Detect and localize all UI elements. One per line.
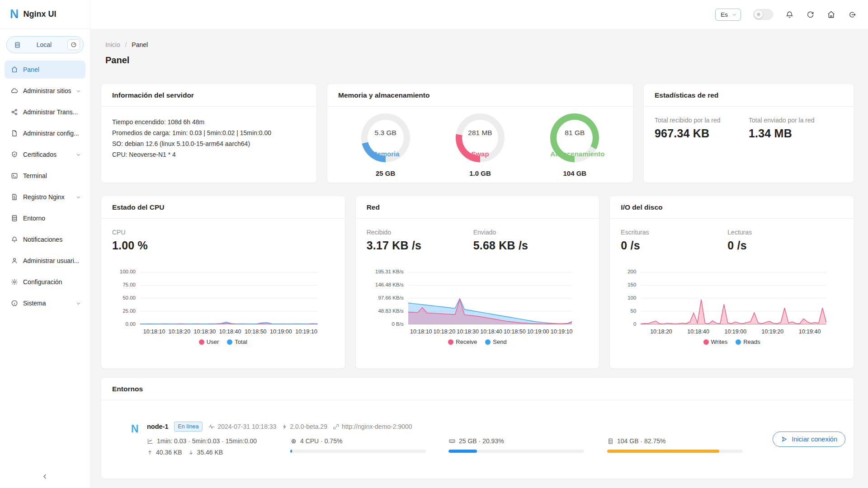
network-card: Red Recibido 3.17 KB /s Enviado 5.68 KB …: [355, 196, 600, 369]
nginx-logo-icon: N: [10, 7, 19, 21]
memory-gauge: 5.3 GB Memoria 25 GB: [347, 113, 424, 177]
net-total-sent: Total enviado por la red 1.34 MB: [749, 117, 843, 140]
environment-switcher[interactable]: Local: [6, 36, 84, 53]
server-icon: [14, 42, 21, 48]
sidebar-item-notificaciones[interactable]: Notificaciones: [5, 230, 85, 249]
sidebar-item-administrar-usuarios[interactable]: Administrar usuari...: [5, 252, 85, 270]
app-logo[interactable]: N Nginx UI: [0, 0, 90, 29]
uptime-line: Tiempo encendido: 108d 6h 48m: [112, 117, 306, 127]
sidebar: N Nginx UI Local Panel Administrar sitio…: [0, 0, 90, 488]
node-cpu-column: 4 CPU · 0.75%: [290, 436, 448, 457]
loadavg-line: Promedios de carga: 1min: 0.03 | 5min:0.…: [112, 127, 306, 138]
cloud-icon: [11, 87, 18, 94]
top-bar: Es: [90, 0, 868, 29]
environments-card: Entornos N node-1 En línea 2024-07-31 10…: [101, 377, 854, 479]
node-url[interactable]: http://nginx-demo-2:9000: [333, 423, 412, 430]
node-version: 2.0.0-beta.29: [282, 423, 327, 430]
net-sent-stat: Enviado 5.68 KB /s: [473, 229, 580, 252]
cpu-chip-icon: [290, 438, 297, 445]
shield-check-icon: [11, 151, 18, 158]
os-line: SO: debian 12.6 (linux 5.10.0-15-arm64 a…: [112, 138, 306, 149]
storage-gauge: 81 GB Almacenamiento 104 GB: [536, 113, 613, 177]
node-last-seen: 2024-07-31 10:18:33: [208, 423, 276, 430]
sidebar-item-panel[interactable]: Panel: [5, 61, 85, 79]
cpu-line: CPU: Neoverse-N1 * 4: [112, 149, 306, 160]
disk-reads-stat: Lecturas 0 /s: [727, 229, 834, 252]
environment-name: Local: [24, 41, 64, 48]
chevron-down-icon: [76, 301, 81, 306]
connect-button[interactable]: Iniciar conexión: [773, 432, 845, 447]
memory-total: 25 GB: [376, 169, 395, 177]
link-icon: [333, 423, 340, 430]
chevron-left-icon: [42, 473, 48, 480]
disk-icon: [607, 438, 614, 445]
server-info-card: Información del servidor Tiempo encendid…: [101, 84, 317, 183]
main-content: Inicio / Panel Panel Información del ser…: [90, 29, 868, 488]
dashboard-gauge-button[interactable]: [67, 39, 80, 50]
sidebar-item-administrar-transmisiones[interactable]: Administrar Trans...: [5, 103, 85, 121]
language-select[interactable]: Es: [715, 9, 741, 21]
status-badge: En línea: [174, 422, 203, 432]
upload-arrow-icon: [147, 450, 153, 455]
breadcrumb-panel: Panel: [132, 41, 148, 48]
chevron-down-icon: [732, 12, 737, 17]
sidebar-item-configuracion[interactable]: Configuración: [5, 273, 85, 291]
app-title: Nginx UI: [24, 9, 57, 19]
download-arrow-icon: [188, 450, 194, 455]
sidebar-item-registro-nginx[interactable]: Registro Nginx: [5, 188, 85, 206]
node-load: 1min: 0.03 · 5min:0.03 · 15min:0.00: [157, 437, 257, 445]
network-chart: 195.31 KB/s146.48 KB/s97.66 KB/s48.83 KB…: [367, 272, 589, 345]
net-received-stat: Recibido 3.17 KB /s: [367, 229, 473, 252]
node-download: 35.46 KB: [197, 449, 223, 456]
home-icon[interactable]: [827, 10, 835, 19]
chevron-down-icon: [76, 89, 81, 94]
user-icon: [11, 257, 18, 264]
network-stats-card: Estadísticas de red Total recibido por l…: [643, 84, 854, 183]
breadcrumb-inicio[interactable]: Inicio: [105, 41, 120, 48]
sidebar-item-administrar-configuraciones[interactable]: Administrar config...: [5, 124, 85, 142]
notifications-bell-icon[interactable]: [785, 10, 794, 19]
disk-chart: 20015010050010:18:2010:18:4010:19:0010:1…: [621, 272, 843, 345]
chevron-down-icon: [76, 195, 81, 200]
theme-toggle[interactable]: [753, 9, 773, 20]
storage-used-value: 81 GB: [550, 129, 599, 137]
disk-writes-stat: Escrituras 0 /s: [621, 229, 727, 252]
node-upload: 40.36 KB: [156, 449, 182, 456]
net-total-received: Total recibido por la red 967.34 KB: [655, 117, 749, 140]
send-icon: [781, 436, 788, 443]
cpu-progress-bar: [290, 450, 426, 453]
pulse-icon: [208, 423, 215, 430]
ram-icon: [448, 437, 456, 445]
reload-icon[interactable]: [806, 10, 815, 19]
sidebar-item-sistema[interactable]: Sistema: [5, 294, 85, 312]
node-memory-column: 25 GB · 20.93%: [448, 436, 607, 457]
swap-total: 1.0 GB: [469, 169, 491, 177]
sidebar-item-entorno[interactable]: Entorno: [5, 209, 85, 227]
storage-total: 104 GB: [563, 169, 586, 177]
share-icon: [11, 108, 18, 116]
lightning-icon: [282, 424, 288, 430]
swap-used-value: 281 MB: [456, 129, 505, 137]
sun-icon: [755, 10, 763, 19]
bell-icon: [11, 236, 18, 243]
sidebar-item-terminal[interactable]: Terminal: [5, 167, 85, 185]
server-icon: [11, 215, 18, 222]
disk-io-card: I/O del disco Escrituras 0 /s Lecturas 0…: [609, 196, 854, 369]
chart-line-icon: [147, 438, 154, 445]
gauge-icon: [71, 42, 77, 48]
swap-gauge: 281 MB Swap 1.0 GB: [442, 113, 519, 177]
cpu-usage-stat: CPU 1.00 %: [112, 229, 219, 252]
sidebar-collapse-button[interactable]: [0, 467, 90, 488]
sidebar-menu: Panel Administrar sitios Administrar Tra…: [0, 57, 90, 467]
memory-storage-card: Memoria y almacenamiento 5.3 GB Memoria …: [327, 84, 633, 183]
app-root: N Nginx UI Local Panel Administrar sitio…: [0, 0, 868, 488]
node-name: node-1: [147, 423, 169, 430]
home-icon: [11, 66, 18, 73]
sidebar-item-administrar-sitios[interactable]: Administrar sitios: [5, 82, 85, 100]
sidebar-item-certificados[interactable]: Certificados: [5, 145, 85, 164]
memory-used-value: 5.3 GB: [361, 129, 410, 137]
logout-icon[interactable]: [848, 10, 856, 19]
chevron-down-icon: [76, 152, 81, 157]
cpu-chart: 100.0075.0050.0025.000.0010:18:1010:18:2…: [112, 272, 334, 345]
disk-progress-bar: [607, 450, 743, 453]
